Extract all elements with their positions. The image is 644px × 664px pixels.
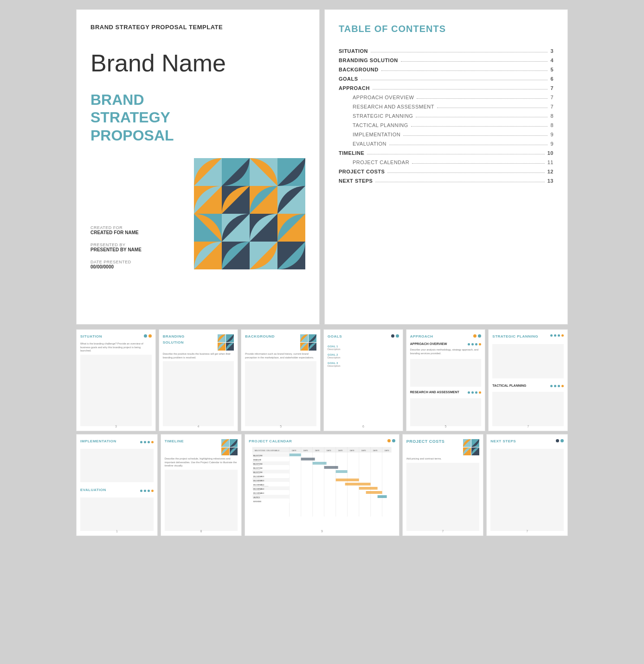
strategic-content-block [492, 344, 564, 378]
dot-orange [148, 334, 152, 338]
svg-rect-86 [366, 491, 382, 494]
svg-text:DATE: DATE [315, 449, 320, 452]
svg-rect-63 [324, 466, 338, 469]
toc-entry: GOALS6 [339, 76, 554, 82]
thumb-goals-header: GOALS [328, 334, 399, 340]
cover-geometric-pattern [194, 158, 305, 269]
thumb-goals: GOALS GOAL 1 Description GOAL 2 Descript… [323, 329, 403, 431]
toc-entry: SITUATION3 [339, 48, 554, 54]
toc-entry: PROJECT COSTS12 [339, 169, 554, 174]
thumb-strategic-planning-header: STRATEGIC PLANNING [492, 334, 564, 340]
svg-text:MILESTONE / DELIVERABLE: MILESTONE / DELIVERABLE [255, 449, 280, 452]
main-pages-container: BRAND STRATEGY PROPOSAL TEMPLATE Brand N… [76, 9, 568, 325]
implementation-content-block [80, 449, 154, 482]
toc-entry: BACKGROUND5 [339, 67, 554, 72]
brand-strategy-title: BRAND STRATEGY PROPOSAL [90, 91, 305, 144]
thumbnail-row-1: SITUATION What is the branding challenge… [76, 329, 568, 431]
thumb-costs-header: PROJECT COSTS [406, 439, 480, 455]
branding-solution-content-block [163, 361, 234, 426]
tactical-content-block [492, 392, 564, 426]
thumb-situation-header: SITUATION [80, 334, 152, 340]
svg-text:00/00/0000: 00/00/0000 [253, 501, 262, 503]
brand-name: Brand Name [90, 49, 305, 77]
situation-content-block [80, 355, 152, 426]
thumb-calendar-header: PROJECT CALENDAR [249, 439, 395, 445]
thumb-branding-solution: BRANDING SOLUTION Describe the positive … [159, 329, 238, 431]
toc-entry: PROJECT CALENDAR11 [339, 160, 554, 165]
dot-teal [144, 334, 147, 338]
svg-rect-74 [336, 479, 359, 481]
toc-title: TABLE OF CONTENTS [339, 24, 554, 34]
svg-text:DATE: DATE [385, 449, 390, 452]
thumb-next-steps-header: NEXT STEPS [490, 439, 564, 445]
next-steps-content-block [490, 449, 564, 531]
svg-text:DATE: DATE [373, 449, 378, 452]
cover-meta: CREATED FOR CREATED FOR NAME PRESENTED B… [90, 220, 142, 269]
research-section: RESEARCH AND ASSESSMENT [410, 390, 482, 395]
toc-entry: BRANDING SOLUTION4 [339, 57, 554, 63]
thumb-approach: APPROACH APPROACH OVERVIEW Describe your… [406, 329, 486, 431]
research-content-block [410, 398, 482, 426]
goal-3: GOAL 3 Description [328, 362, 399, 367]
svg-rect-51 [290, 453, 301, 456]
svg-text:DATE: DATE [361, 449, 367, 452]
thumb-branding-solution-header: BRANDING SOLUTION [163, 334, 234, 351]
toc-entry: IMPLEMENTATION9 [339, 132, 554, 137]
toc-entry: STRATEGIC PLANNING8 [339, 113, 554, 119]
svg-text:DATE: DATE [327, 449, 332, 452]
timeline-content-block [165, 470, 238, 531]
toc-entry: APPROACH7 [339, 85, 554, 91]
cover-page: BRAND STRATEGY PROPOSAL TEMPLATE Brand N… [76, 9, 320, 325]
thumb-project-costs: PROJECT COSTS Add pricing and contract t… [402, 434, 484, 536]
thumb-bg-geo-icon [300, 334, 316, 351]
thumb-timeline-header: TIMELINE [165, 439, 238, 455]
thumbnail-row-2: IMPLEMENTATION EVALUATION 1 TIMELINE [76, 434, 568, 536]
thumb-background: BACKGROUND Provide information such as b… [241, 329, 321, 431]
svg-text:DATE: DATE [350, 449, 355, 452]
svg-rect-78 [345, 483, 371, 485]
toc-entry: RESEARCH AND ASSESSMENT7 [339, 104, 554, 109]
evaluation-content-block [80, 498, 154, 531]
svg-rect-90 [378, 495, 387, 498]
thumb-next-steps: NEXT STEPS 7 [486, 434, 568, 536]
thumb-costs-geo-icon [463, 439, 479, 455]
thumb-approach-header: APPROACH [410, 334, 482, 340]
evaluation-section: EVALUATION [80, 488, 154, 494]
thumb-project-calendar: PROJECT CALENDAR MILESTONE / DELIVERABLE… [245, 434, 399, 536]
toc-entry: TIMELINE10 [339, 150, 554, 156]
svg-rect-55 [301, 458, 315, 460]
thumb-background-header: BACKGROUND [245, 334, 316, 351]
toc-entry: APPROACH OVERVIEW7 [339, 95, 554, 100]
toc-page: TABLE OF CONTENTS SITUATION3BRANDING SOL… [324, 9, 568, 325]
svg-rect-59 [313, 462, 327, 465]
cover-bottom: CREATED FOR CREATED FOR NAME PRESENTED B… [90, 158, 305, 269]
implementation-section: IMPLEMENTATION [80, 439, 154, 445]
svg-rect-82 [359, 487, 378, 490]
costs-content-block [406, 463, 480, 531]
toc-entry: EVALUATION9 [339, 141, 554, 147]
tactical-section: TACTICAL PLANNING [492, 384, 564, 388]
svg-rect-67 [336, 470, 348, 473]
thumb-timeline-geo-icon [221, 439, 238, 455]
goal-2: GOAL 2 Description [328, 353, 399, 359]
thumb-geo-icon [218, 334, 234, 351]
situation-dots [144, 334, 152, 338]
gantt-chart: MILESTONE / DELIVERABLE DATE DATE DATE D… [249, 447, 395, 517]
approach-dots [473, 334, 481, 338]
svg-text:DATE: DATE [292, 449, 297, 452]
thumb-situation: SITUATION What is the branding challenge… [76, 329, 156, 431]
thumb-timeline: TIMELINE Describe the project schedule, … [161, 434, 242, 536]
goals-dots [391, 334, 399, 338]
goal-1: GOAL 1 Description [328, 345, 399, 351]
toc-entry: TACTICAL PLANNING8 [339, 122, 554, 128]
svg-text:DATE: DATE [338, 449, 343, 452]
svg-text:DATE: DATE [303, 449, 309, 452]
approach-content-block [410, 359, 482, 387]
thumb-strategic-planning: STRATEGIC PLANNING TACTICAL PLANNING 7 [488, 329, 568, 431]
approach-overview-section: APPROACH OVERVIEW [410, 342, 482, 346]
toc-entry: NEXT STEPS13 [339, 178, 554, 184]
template-title: BRAND STRATEGY PROPOSAL TEMPLATE [90, 24, 305, 31]
thumb-implementation: IMPLEMENTATION EVALUATION 1 [76, 434, 158, 536]
background-content-block [245, 361, 316, 426]
toc-entries: SITUATION3BRANDING SOLUTION4BACKGROUND5G… [339, 48, 554, 184]
